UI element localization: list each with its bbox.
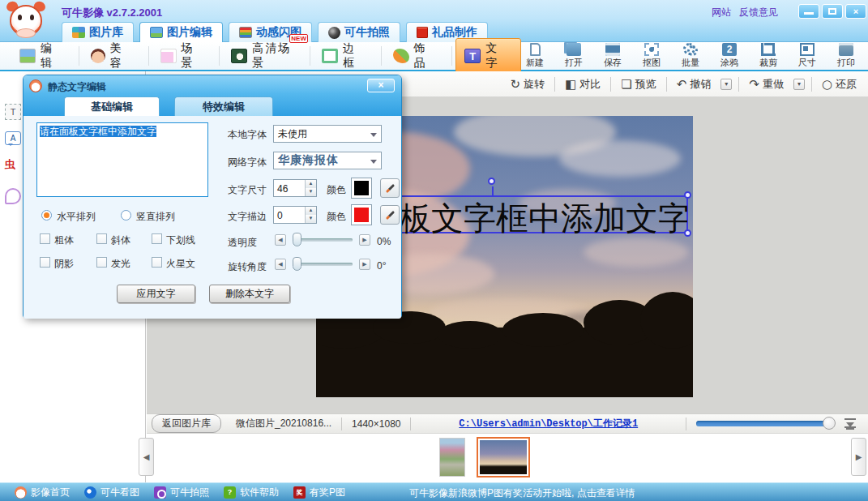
undo-button[interactable]: ↶撤销 <box>673 75 715 93</box>
thumbnails-scroll-right-button[interactable]: ▶ <box>851 438 866 476</box>
rotation-handle[interactable] <box>488 178 495 185</box>
redo-button[interactable]: ↷重做 <box>746 75 787 93</box>
thumbnail-garden-photo[interactable] <box>440 439 464 476</box>
home-link[interactable]: 影像首页 <box>15 486 70 499</box>
rotate-button[interactable]: ↻旋转 <box>507 75 549 93</box>
shadow-checkbox[interactable] <box>40 257 50 268</box>
accessory-tool-button[interactable]: 饰 品 <box>385 39 449 73</box>
edit-tool-button[interactable]: 编 辑 <box>11 39 75 73</box>
colorful-text-tool-icon[interactable]: 虫 <box>5 157 21 173</box>
speech-bubble-tool-icon[interactable] <box>5 188 21 204</box>
static-text-tool-icon[interactable]: T <box>5 104 21 120</box>
app-title: 可牛影像 v2.7.2.2001 <box>62 6 162 20</box>
spin-up-icon[interactable]: ▲ <box>306 180 316 188</box>
photo-edit-icon <box>150 27 163 38</box>
stroke-color-swatch[interactable] <box>351 204 372 225</box>
edit-toolbar: 编 辑 美 容 场 景 高清场景NEW 边 框 饰 品 T文 字 新建 打开 保… <box>0 42 868 71</box>
opacity-increase-button[interactable]: ▶ <box>359 234 370 246</box>
selected-text: 请在面板文字框中添加文字 <box>40 126 156 137</box>
preview-button[interactable]: ❏预览 <box>618 75 659 93</box>
minimize-button[interactable] <box>798 4 819 19</box>
thumbnails-scroll-left-button[interactable]: ◀ <box>139 438 154 476</box>
spin-up-icon[interactable]: ▲ <box>306 207 316 215</box>
spin-down-icon[interactable]: ▼ <box>306 215 316 223</box>
resize-button[interactable]: 尺寸 <box>793 43 821 69</box>
close-button[interactable]: × <box>845 4 866 19</box>
promo-banner-link[interactable]: 可牛影像新浪微博P图有奖活动开始啦, 点击查看详情 <box>409 486 635 500</box>
dialog-close-button[interactable]: × <box>367 79 395 92</box>
horizontal-layout-label: 水平排列 <box>57 210 96 224</box>
undo-dropdown-button[interactable]: ▾ <box>720 79 732 90</box>
viewer-link[interactable]: 可牛看图 <box>84 486 139 499</box>
frame-tool-button[interactable]: 边 框 <box>314 39 378 73</box>
crop-button[interactable]: 裁剪 <box>755 43 782 69</box>
web-font-select[interactable]: 华康海报体 <box>273 152 382 169</box>
scene-tool-button[interactable]: 场 景 <box>152 39 216 73</box>
help-link[interactable]: ?软件帮助 <box>224 486 279 499</box>
dialog-titlebar[interactable]: 静态文字编辑 × 基础编辑 特效编辑 <box>24 75 401 116</box>
angle-decrease-button[interactable]: ◀ <box>275 259 286 270</box>
delete-text-button[interactable]: 删除本文字 <box>209 285 290 303</box>
camera-link[interactable]: 可牛拍照 <box>154 486 209 499</box>
chevron-down-icon <box>370 160 377 167</box>
website-link[interactable]: 网站 <box>712 6 731 19</box>
font-color-swatch[interactable] <box>351 178 372 199</box>
angle-slider[interactable] <box>293 263 353 266</box>
stroke-width-spinner[interactable]: 0 ▲▼ <box>273 206 317 224</box>
prize-icon: 奖 <box>293 486 306 499</box>
new-file-icon <box>530 43 541 56</box>
eyedropper-icon <box>386 184 395 193</box>
apply-text-button[interactable]: 应用文字 <box>117 285 195 303</box>
tab-effects-edit[interactable]: 特效编辑 <box>174 96 273 116</box>
maximize-button[interactable] <box>822 4 843 19</box>
restore-button[interactable]: ○还原 <box>819 75 860 93</box>
text-input-area[interactable]: 请在面板文字框中添加文字 <box>36 122 208 197</box>
bold-checkbox[interactable] <box>40 233 50 244</box>
underline-checkbox[interactable] <box>152 233 162 244</box>
prize-link[interactable]: 奖有奖P图 <box>293 486 345 499</box>
help-icon: ? <box>224 486 236 499</box>
bottom-right-handle[interactable] <box>684 229 691 237</box>
open-file-button[interactable]: 打开 <box>560 43 588 69</box>
app-logo-cow <box>6 2 45 41</box>
save-floppy-icon <box>605 43 620 56</box>
compare-button[interactable]: ◧对比 <box>562 75 604 93</box>
font-color-eyedropper-button[interactable] <box>380 178 400 198</box>
redo-dropdown-button[interactable]: ▾ <box>793 79 805 90</box>
text-tool-button[interactable]: T文 字 <box>455 38 521 74</box>
vertical-layout-radio[interactable] <box>121 210 131 221</box>
back-to-library-button[interactable]: 返回图片库 <box>152 414 221 433</box>
doodle-button[interactable]: 2涂鸦 <box>716 43 743 69</box>
italic-checkbox[interactable] <box>96 233 107 244</box>
horizontal-layout-radio[interactable] <box>41 210 52 221</box>
view-options-icon[interactable] <box>844 418 857 430</box>
stroke-color-eyedropper-button[interactable] <box>380 205 400 225</box>
opacity-slider[interactable] <box>293 238 353 242</box>
print-button[interactable]: 打印 <box>832 43 860 69</box>
tab-basic-edit[interactable]: 基础编辑 <box>64 96 160 116</box>
file-path-link[interactable]: C:\Users\admin\Desktop\工作记录1 <box>459 417 638 430</box>
new-file-button[interactable]: 新建 <box>521 43 549 69</box>
thumbnail-sunset-photo-selected[interactable] <box>477 437 530 477</box>
top-right-handle[interactable] <box>684 191 691 199</box>
accessory-icon <box>393 49 409 63</box>
cutout-button[interactable]: 抠图 <box>638 43 665 69</box>
martian-checkbox[interactable] <box>152 257 162 268</box>
opacity-decrease-button[interactable]: ◀ <box>275 234 286 246</box>
glow-checkbox[interactable] <box>96 257 107 268</box>
opacity-slider-thumb[interactable] <box>293 233 301 246</box>
dialog-cow-icon <box>29 79 42 92</box>
font-size-spinner[interactable]: 46 ▲▼ <box>273 179 317 197</box>
zoom-slider[interactable] <box>696 421 834 426</box>
batch-button[interactable]: 批量 <box>677 43 704 69</box>
zoom-slider-thumb[interactable] <box>823 417 836 430</box>
hd-scene-tool-button[interactable]: 高清场景NEW <box>223 39 306 73</box>
angle-slider-thumb[interactable] <box>293 257 301 271</box>
save-button[interactable]: 保存 <box>599 43 626 69</box>
feedback-link[interactable]: 反馈意见 <box>739 6 778 19</box>
spin-down-icon[interactable]: ▼ <box>306 188 316 196</box>
local-font-select[interactable]: 未使用 <box>273 125 382 143</box>
text-bubble-tool-icon[interactable]: A <box>5 131 21 145</box>
angle-increase-button[interactable]: ▶ <box>359 259 370 270</box>
beauty-tool-button[interactable]: 美 容 <box>83 39 145 73</box>
